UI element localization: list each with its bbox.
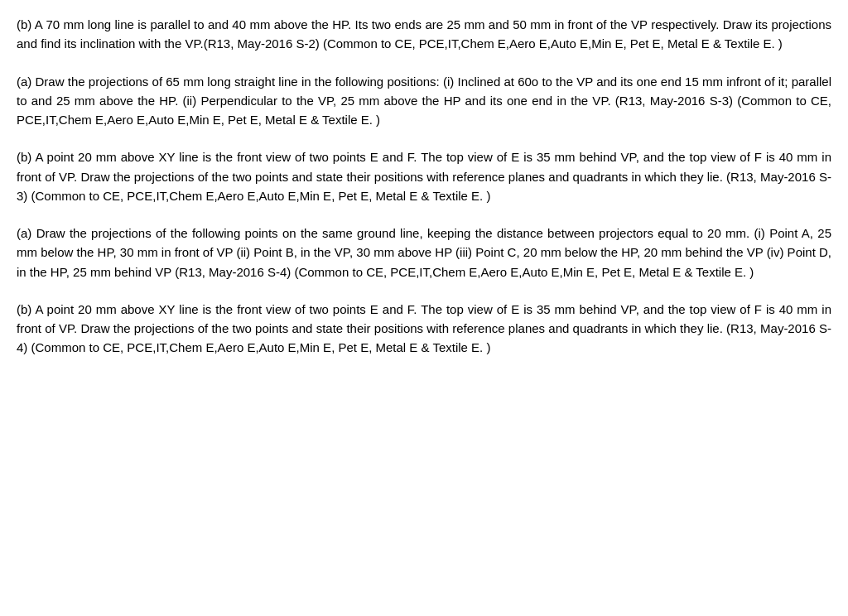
question-block-2: (a) Draw the projections of 65 mm long s… bbox=[17, 72, 831, 130]
content-wrapper: (b) A 70 mm long line is parallel to and… bbox=[17, 15, 831, 358]
question-1-text: (b) A 70 mm long line is parallel to and… bbox=[17, 15, 831, 54]
question-block-5: (b) A point 20 mm above XY line is the f… bbox=[17, 300, 831, 358]
question-block-3: (b) A point 20 mm above XY line is the f… bbox=[17, 147, 831, 205]
question-2-text: (a) Draw the projections of 65 mm long s… bbox=[17, 72, 831, 130]
question-block-4: (a) Draw the projections of the followin… bbox=[17, 224, 831, 282]
question-3-text: (b) A point 20 mm above XY line is the f… bbox=[17, 147, 831, 205]
question-5-text: (b) A point 20 mm above XY line is the f… bbox=[17, 300, 831, 358]
question-4-text: (a) Draw the projections of the followin… bbox=[17, 224, 831, 282]
question-block-1: (b) A 70 mm long line is parallel to and… bbox=[17, 15, 831, 54]
